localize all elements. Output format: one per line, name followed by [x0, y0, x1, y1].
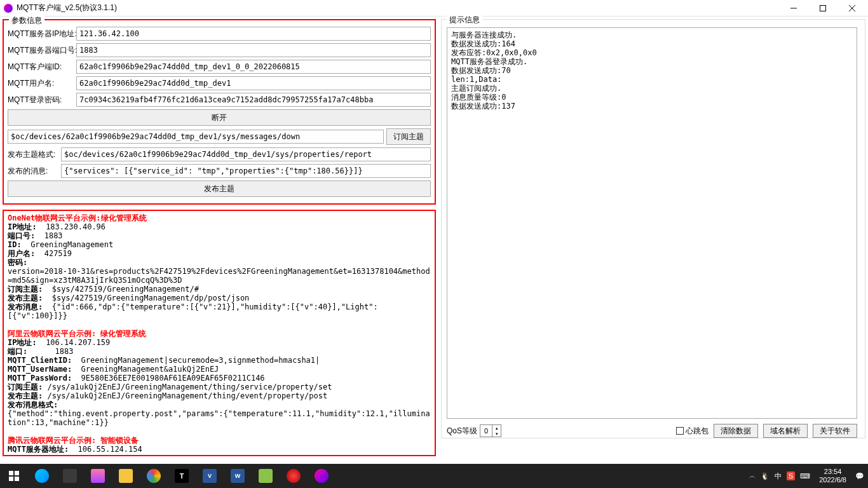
- server-port-label: MQTT服务器端口号:: [8, 45, 74, 56]
- taskbar-app[interactable]: [84, 464, 112, 488]
- tray-sogou-icon[interactable]: S: [787, 471, 795, 480]
- spin-down-icon[interactable]: ▾: [492, 431, 501, 437]
- username-label: MQTT用户名:: [8, 78, 74, 89]
- password-input[interactable]: [76, 93, 431, 107]
- svg-rect-6: [9, 477, 13, 481]
- taskbar-app[interactable]: V: [196, 464, 224, 488]
- taskbar-app[interactable]: [252, 464, 280, 488]
- publish-button[interactable]: 发布主题: [8, 180, 431, 197]
- clear-button[interactable]: 清除数据: [714, 424, 758, 438]
- taskbar-app[interactable]: W: [224, 464, 252, 488]
- taskbar-app[interactable]: [56, 464, 84, 488]
- close-button[interactable]: [837, 0, 867, 17]
- client-id-label: MQTT客户端ID:: [8, 62, 74, 72]
- svg-rect-7: [15, 477, 19, 481]
- publish-msg-label: 发布的消息:: [8, 166, 58, 177]
- disconnect-button[interactable]: 断开: [8, 109, 431, 126]
- maximize-button[interactable]: [808, 0, 837, 17]
- hints-fieldset: 提示信息 与服务器连接成功. 数据发送成功:164 发布应答:0x2,0x0,0…: [441, 19, 865, 438]
- tray-qq-icon[interactable]: 🐧: [761, 472, 770, 480]
- svg-rect-5: [15, 471, 19, 475]
- tray-chevron-icon[interactable]: ︿: [749, 471, 756, 480]
- subscribe-button[interactable]: 订阅主题: [386, 128, 431, 145]
- taskbar-app[interactable]: [28, 464, 56, 488]
- log-output[interactable]: 与服务器连接成功. 数据发送成功:164 发布应答:0x2,0x0,0x0 MQ…: [447, 27, 857, 419]
- tray-keyboard-icon[interactable]: ⌨: [800, 472, 810, 480]
- taskbar-app[interactable]: [308, 464, 336, 488]
- subscribe-topic-input[interactable]: [8, 130, 384, 144]
- svg-rect-1: [820, 5, 826, 11]
- examples-panel: OneNet物联网云平台示例:绿化管理系统 IP地址: 183.230.40.9…: [3, 210, 436, 456]
- checkbox-icon: [676, 427, 684, 435]
- taskbar-app[interactable]: [140, 464, 168, 488]
- start-button[interactable]: [0, 464, 28, 488]
- svg-rect-4: [9, 471, 13, 475]
- taskbar-clock[interactable]: 23:54 2022/6/8: [815, 468, 850, 484]
- taskbar: T V W ︿ 🐧 中 S ⌨ 23:54 2022/6/8 💬: [0, 464, 868, 488]
- onenet-title: OneNet物联网云平台示例:绿化管理系统: [8, 214, 147, 222]
- publish-format-label: 发布主题格式:: [8, 149, 58, 160]
- tray-ime-label[interactable]: 中: [775, 471, 782, 481]
- server-ip-label: MQTT服务器IP地址:: [8, 29, 74, 39]
- heartbeat-checkbox[interactable]: 心跳包: [676, 426, 709, 437]
- taskbar-app[interactable]: [112, 464, 140, 488]
- spin-up-icon[interactable]: ▴: [492, 425, 501, 431]
- taskbar-app[interactable]: [280, 464, 308, 488]
- aliyun-title: 阿里云物联网云平台示例: 绿化管理系统: [8, 329, 146, 338]
- qos-spinner[interactable]: 0 ▴▾: [480, 424, 501, 437]
- tencent-title: 腾讯云物联网云平台示例: 智能锁设备: [8, 436, 139, 445]
- username-input[interactable]: [76, 76, 431, 90]
- server-ip-input[interactable]: [76, 27, 431, 41]
- minimize-button[interactable]: [779, 0, 808, 17]
- params-fieldset: 参数信息 MQTT服务器IP地址: MQTT服务器端口号: MQTT客户端ID:…: [3, 19, 436, 205]
- window-title: MQTT客户端_v2.5(协议3.1.1): [17, 3, 779, 13]
- client-id-input[interactable]: [76, 60, 431, 74]
- server-port-input[interactable]: [76, 43, 431, 57]
- publish-msg-input[interactable]: [61, 164, 431, 178]
- params-legend: 参数信息: [9, 15, 44, 26]
- taskbar-app[interactable]: T: [168, 464, 196, 488]
- hints-legend: 提示信息: [447, 15, 482, 25]
- dns-button[interactable]: 域名解析: [763, 424, 808, 438]
- app-icon: [4, 4, 13, 13]
- publish-format-input[interactable]: [61, 147, 431, 161]
- tray-notifications-icon[interactable]: 💬: [855, 472, 864, 480]
- password-label: MQTT登录密码:: [8, 95, 74, 105]
- qos-label: QoS等级: [447, 426, 477, 437]
- window-titlebar: MQTT客户端_v2.5(协议3.1.1): [0, 0, 868, 17]
- about-button[interactable]: 关于软件: [813, 424, 857, 438]
